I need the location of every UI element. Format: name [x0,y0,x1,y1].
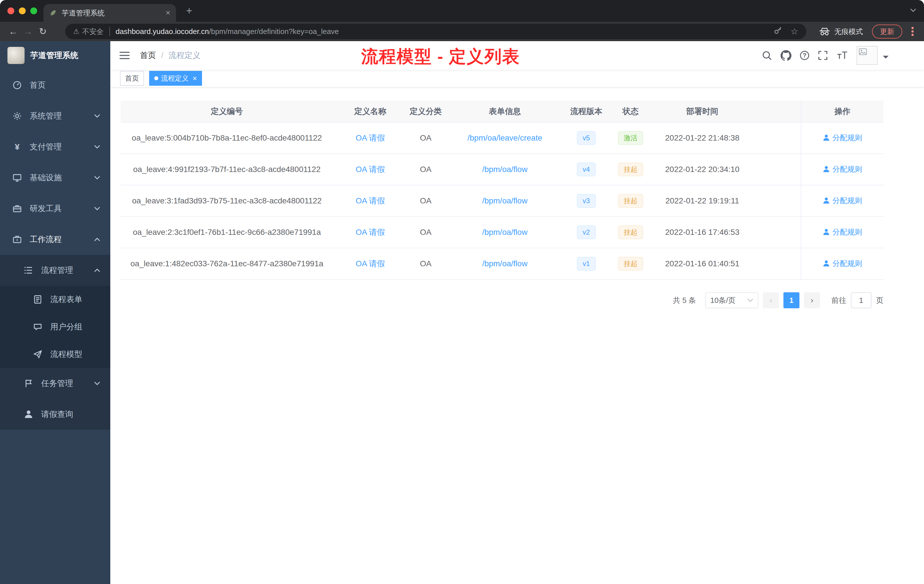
cell-deploy-time: 2022-01-22 19:19:11 [654,185,750,216]
sidebar-item-leave-query[interactable]: 请假查询 [0,399,110,430]
col-spacer [750,101,801,122]
app-root: 芋道管理系统 首页 系统管理 ¥ 支付管理 基础设施 [0,41,924,584]
sidebar: 芋道管理系统 首页 系统管理 ¥ 支付管理 基础设施 [0,41,110,584]
url-field[interactable]: ⚠ 不安全 dashboard.yudao.iocoder.cn /bpm/ma… [65,24,806,39]
new-tab-button[interactable]: + [183,5,195,18]
cell-spacer [750,216,801,248]
definition-name-link[interactable]: OA 请假 [356,259,385,268]
status-badge: 挂起 [618,163,643,176]
current-page-button[interactable]: 1 [784,292,799,308]
chevron-down-icon [94,145,100,148]
briefcase-icon [13,235,22,244]
version-badge: v2 [577,226,596,239]
col-form-info: 表单信息 [444,101,566,122]
user-icon [823,197,830,204]
security-label[interactable]: 不安全 [82,27,104,36]
form-info-link[interactable]: /bpm/oa/flow [482,259,528,268]
next-page-button[interactable]: › [804,292,820,308]
breadcrumb: 首页 / 流程定义 [140,50,201,61]
breadcrumb-home[interactable]: 首页 [140,50,156,61]
table-row: oa_leave:1:482ec033-762a-11ec-8477-a2380… [120,248,883,279]
broken-image-icon [859,48,867,55]
close-window-button[interactable] [7,7,14,14]
assign-rule-link[interactable]: 分配规则 [823,196,862,206]
github-icon[interactable] [780,50,792,61]
browser-tab[interactable]: 芋道管理系统 × [43,4,176,22]
sidebar-item-process-model[interactable]: 流程模型 [0,341,110,368]
sidebar-item-payment-management[interactable]: ¥ 支付管理 [0,132,110,162]
table-header-row: 定义编号 定义名称 定义分类 表单信息 流程版本 状态 部署时间 操作 [120,101,883,122]
logo-avatar [7,47,25,64]
definition-name-link[interactable]: OA 请假 [356,228,385,237]
version-badge: v1 [577,257,596,271]
col-definition-category: 定义分类 [408,101,444,122]
version-badge: v3 [577,194,596,208]
cell-deploy-time: 2022-01-22 21:48:38 [654,122,750,154]
forward-button[interactable]: → [21,24,35,39]
page-unit-label: 页 [876,295,883,305]
avatar[interactable] [856,46,878,65]
form-info-link[interactable]: /bpm/oa/flow [482,228,528,237]
main-area: 首页 / 流程定义 流程模型 - 定义列表 ? [110,41,924,584]
browser-update-button[interactable]: 更新 [872,25,902,39]
definition-name-link[interactable]: OA 请假 [356,165,385,174]
assign-rule-link[interactable]: 分配规则 [823,164,862,174]
form-info-link[interactable]: /bpm/oa/leave/create [467,134,542,142]
flag-icon [24,379,33,388]
page-title-annotation: 流程模型 - 定义列表 [361,48,520,66]
assign-rule-link[interactable]: 分配规则 [823,227,862,237]
assign-rule-link[interactable]: 分配规则 [823,133,862,143]
help-icon[interactable]: ? [800,51,809,60]
cell-deploy-time: 2022-01-16 01:40:51 [654,248,750,279]
col-deploy-time: 部署时间 [654,101,750,122]
minimize-window-button[interactable] [19,7,26,14]
reload-button[interactable]: ↻ [35,24,50,39]
sidebar-item-process-management[interactable]: 流程管理 [0,255,110,286]
page-size-select[interactable]: 10条/页 [705,292,758,308]
status-badge: 挂起 [618,257,643,271]
browser-menu-icon[interactable] [911,30,914,33]
cell-spacer [750,122,801,154]
tag-process-definition[interactable]: 流程定义 × [149,71,202,86]
url-path: /bpm/manager/definition?key=oa_leave [209,27,339,36]
sidebar-item-infrastructure[interactable]: 基础设施 [0,162,110,193]
search-icon[interactable] [762,50,772,61]
tab-close-icon[interactable]: × [166,9,170,17]
definition-table: 定义编号 定义名称 定义分类 表单信息 流程版本 状态 部署时间 操作 [120,101,883,280]
favicon-leaf-icon [49,9,57,17]
page-content: 定义编号 定义名称 定义分类 表单信息 流程版本 状态 部署时间 操作 [110,87,924,584]
sidebar-item-system-management[interactable]: 系统管理 [0,101,110,132]
sidebar-item-task-management[interactable]: 任务管理 [0,368,110,399]
tag-home[interactable]: 首页 [120,71,144,86]
pagination: 共 5 条 10条/页 ‹ 1 › 前往 页 [120,292,883,308]
chevron-down-icon [94,176,100,180]
font-size-icon[interactable] [837,51,848,60]
document-icon [33,295,42,304]
version-badge: v4 [577,163,596,176]
sidebar-item-workflow[interactable]: 工作流程 [0,224,110,255]
tag-close-icon[interactable]: × [193,74,197,82]
definition-name-link[interactable]: OA 请假 [356,196,385,205]
sidebar-item-dev-tools[interactable]: 研发工具 [0,193,110,224]
form-info-link[interactable]: /bpm/oa/flow [482,196,528,205]
back-button[interactable]: ← [6,24,21,39]
bookmark-star-icon[interactable]: ☆ [790,27,798,36]
browser-tabstrip: 芋道管理系统 × + [0,0,924,22]
hamburger-icon[interactable] [119,51,130,59]
sidebar-item-home[interactable]: 首页 [0,70,110,101]
fullscreen-icon[interactable] [818,50,828,61]
sidebar-item-user-group[interactable]: 用户分组 [0,313,110,341]
definition-name-link[interactable]: OA 请假 [356,134,385,142]
tab-search-chevron-icon[interactable] [910,8,916,12]
avatar-dropdown-caret-icon[interactable] [883,56,889,61]
chevron-down-icon [94,382,100,385]
yen-icon: ¥ [13,142,22,152]
zoom-window-button[interactable] [30,7,37,14]
goto-page-input[interactable] [851,292,871,308]
table-row: oa_leave:5:004b710b-7b8a-11ec-8ef0-acde4… [120,122,883,154]
form-info-link[interactable]: /bpm/oa/flow [482,165,528,174]
password-key-icon[interactable] [774,26,782,37]
assign-rule-link[interactable]: 分配规则 [823,259,862,269]
prev-page-button[interactable]: ‹ [763,292,779,308]
sidebar-item-process-form[interactable]: 流程表单 [0,286,110,313]
